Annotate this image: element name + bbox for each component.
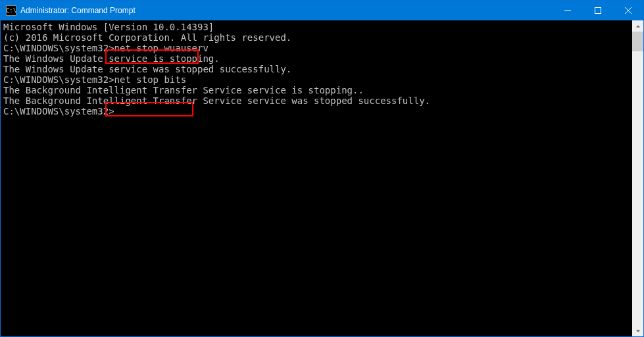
command-line: C:\WINDOWS\system32>net stop wuauserv: [3, 43, 632, 53]
scroll-up-button[interactable]: [632, 20, 643, 32]
prompt: C:\WINDOWS\system32>: [3, 106, 114, 117]
scroll-thumb[interactable]: [632, 32, 643, 51]
window-controls: [553, 1, 643, 20]
close-button[interactable]: [613, 1, 643, 20]
prompt: C:\WINDOWS\system32>: [3, 43, 114, 53]
svg-rect-1: [595, 8, 601, 14]
command-text: net stop wuauserv: [114, 43, 209, 53]
close-icon: [625, 7, 632, 14]
titlebar[interactable]: C:\ Administrator: Command Prompt: [1, 1, 643, 20]
scroll-track[interactable]: [632, 32, 643, 325]
command-text: net stop bits: [114, 74, 187, 85]
output-line: The Background Intelligent Transfer Serv…: [3, 95, 632, 106]
client-area: Microsoft Windows [Version 10.0.14393](c…: [1, 20, 643, 336]
output-line: The Windows Update service is stopping.: [3, 53, 632, 64]
command-prompt-window: C:\ Administrator: Command Prompt Micros…: [0, 0, 644, 337]
cursor: [114, 107, 120, 117]
cmd-icon: C:\: [6, 5, 16, 16]
output-line: The Windows Update service was stopped s…: [3, 64, 632, 74]
output-line: Microsoft Windows [Version 10.0.14393]: [3, 22, 632, 32]
output-line: (c) 2016 Microsoft Corporation. All righ…: [3, 32, 632, 43]
minimize-button[interactable]: [553, 1, 583, 20]
maximize-icon: [595, 7, 601, 14]
command-line: C:\WINDOWS\system32>: [3, 106, 632, 117]
chevron-down-icon: [635, 328, 641, 334]
scroll-down-button[interactable]: [632, 325, 643, 336]
command-line: C:\WINDOWS\system32>net stop bits: [3, 74, 632, 85]
terminal-output[interactable]: Microsoft Windows [Version 10.0.14393](c…: [1, 20, 632, 336]
window-title: Administrator: Command Prompt: [20, 6, 553, 15]
vertical-scrollbar[interactable]: [632, 20, 643, 336]
prompt: C:\WINDOWS\system32>: [3, 74, 114, 85]
maximize-button[interactable]: [583, 1, 613, 20]
output-line: The Background Intelligent Transfer Serv…: [3, 85, 632, 95]
chevron-up-icon: [635, 24, 641, 29]
minimize-icon: [564, 7, 571, 14]
